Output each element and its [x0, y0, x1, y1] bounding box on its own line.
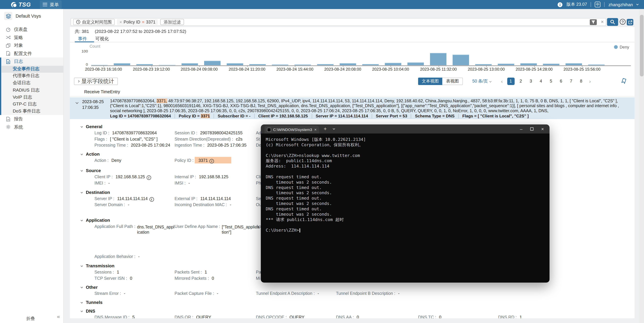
log-row-selected[interactable]: 2023-08-25 17:06:35 1470878397708632064,… [70, 97, 634, 119]
info-icon[interactable]: i [146, 175, 151, 180]
show-field-stats-button[interactable]: 显示字段统计 [74, 78, 118, 85]
add-filter-button[interactable]: 添加过滤 [160, 19, 184, 25]
logo-circle-icon [11, 2, 16, 7]
detail-label: Processing Time : [94, 143, 129, 148]
terminal-prompt: C:\Users\ZZH> [266, 228, 299, 232]
info-icon[interactable] [558, 2, 563, 7]
sidebar-item-policy[interactable]: 策略 [0, 34, 63, 42]
cmd-titlebar[interactable]: C:\WINDOWS\system32\cmd. × + – × [261, 124, 550, 134]
sidebar-item-profiles[interactable]: 配置文件 [0, 50, 63, 58]
tab-close-icon[interactable]: × [314, 127, 317, 132]
vsys-selector[interactable]: Default Vsys [0, 9, 63, 23]
time-range-chip[interactable]: 自定义时间范围 [73, 19, 115, 25]
chevron-down-icon[interactable] [80, 264, 83, 267]
pin-icon[interactable] [621, 78, 627, 84]
tab-visualization[interactable]: 可视化 [95, 36, 109, 42]
detail-value: - [128, 202, 129, 207]
terminal-output[interactable]: Microsoft Windows [版本 10.0.22621.2134](c… [261, 134, 550, 282]
logs-icon [6, 59, 10, 64]
detail-label: DNS.Message ID : [94, 315, 131, 318]
sidebar-item-logs[interactable]: 日志 [1, 58, 63, 66]
remove-filter-icon[interactable]: × [120, 20, 122, 24]
close-button[interactable]: × [537, 124, 548, 134]
chevron-down-icon[interactable] [80, 125, 83, 128]
new-tab-button[interactable]: + [324, 126, 327, 132]
cmd-window[interactable]: C:\WINDOWS\system32\cmd. × + – × Microso… [261, 124, 550, 282]
x-tick-label: 2023-08-25 14:28:00 [514, 67, 554, 72]
filter-funnel-button[interactable] [590, 19, 597, 25]
scrollbar-thumb[interactable] [640, 15, 643, 76]
chevron-down-icon[interactable] [80, 219, 83, 221]
row-expand-icon[interactable] [76, 101, 78, 104]
collapse-icon[interactable]: « [57, 313, 60, 319]
detail-label: Application Full Path : [94, 224, 135, 228]
sidebar-item-voip-log[interactable]: VoIP 日志 [1, 94, 63, 101]
sidebar-item-radius-log[interactable]: RADIUS 日志 [1, 87, 63, 94]
sidebar-item-dos-event-log[interactable]: DoS 事件日志 [1, 108, 63, 115]
menu-button[interactable]: 菜单 [40, 0, 62, 9]
minimize-button[interactable]: – [516, 124, 526, 134]
page-button-1[interactable]: 1 [507, 78, 514, 85]
sidebar-item-gtpc-log[interactable]: GTP-C 日志 [1, 101, 63, 108]
table-view-button[interactable]: 表视图 [442, 78, 463, 85]
sidebar-item-session-log[interactable]: 会话日志 [1, 80, 63, 87]
clear-filters-icon[interactable]: × [601, 19, 604, 25]
detail-label: User Define App Name : [174, 224, 220, 228]
maximize-button[interactable] [526, 124, 537, 134]
system-icon [6, 124, 10, 129]
detail-cell: Application Full Path : dns.Test_DNS_app… [94, 224, 175, 235]
page-button-5[interactable]: 5 [547, 78, 554, 85]
chevron-down-icon[interactable] [636, 3, 639, 5]
detail-value: - [138, 254, 140, 258]
sidebar-item-objects[interactable]: 对象 [0, 42, 63, 50]
chevron-down-icon[interactable] [80, 286, 83, 288]
summary-chip: Flags = [ "Client is Local", "C2S" ] [462, 114, 532, 118]
chevron-down-icon[interactable] [80, 301, 83, 304]
sidebar-item-reports[interactable]: 报告 [0, 115, 63, 123]
username[interactable]: zhangzhihan [608, 2, 633, 7]
page-button-4[interactable]: 4 [537, 78, 544, 85]
section-tunnels: Tunnels [70, 299, 634, 306]
cmd-tab[interactable]: C:\WINDOWS\system32\cmd. × [264, 126, 319, 134]
sidebar-bottom-items: 报告系统 [0, 115, 63, 131]
total-count: 共: 381 [75, 29, 89, 34]
terminal-line: *** 请求 public1.114dns.com 超时 [266, 217, 550, 222]
next-page-button[interactable]: › [588, 78, 592, 84]
detail-label: Log ID : [94, 131, 110, 135]
chart-legend[interactable]: Deny [614, 45, 629, 49]
sidebar-item-security-event-log[interactable]: 安全事件日志 [1, 66, 63, 72]
sidebar-item-proxy-event-log[interactable]: 代理事件日志 [1, 72, 63, 80]
detail-cell: Client IP : 192.168.58.125i [94, 174, 151, 180]
collapse-label[interactable]: 折叠 [26, 316, 35, 321]
info-icon[interactable]: i [149, 197, 154, 202]
text-view-button[interactable]: 文本视图 [418, 78, 442, 85]
highlighted-policy-id: 3371, [157, 98, 167, 103]
help-icon[interactable]: ? [620, 19, 626, 25]
language-icon[interactable]: 中 [595, 2, 600, 8]
tab-dropdown-icon[interactable] [333, 128, 335, 130]
sidebar-item-dashboard[interactable]: 仪表盘 [0, 26, 63, 34]
brand-logo[interactable]: TSG [11, 1, 31, 8]
page-size-select[interactable]: 50 条/页 [472, 78, 491, 84]
page-button-3[interactable]: 3 [527, 78, 534, 85]
chevron-down-icon[interactable] [80, 191, 83, 194]
x-tick-label: 2023-08-23 16:16:00 [84, 67, 123, 72]
chevron-down-icon[interactable] [80, 310, 83, 312]
detail-label: DNS.OPCODE : [256, 315, 288, 318]
export-button[interactable] [627, 19, 633, 26]
chevron-down-icon[interactable] [80, 169, 83, 172]
sidebar-item-system[interactable]: 系统 [0, 123, 63, 131]
detail-value: 192.168.58.125 [116, 174, 145, 179]
page-button-7[interactable]: 7 [567, 78, 575, 85]
info-icon[interactable]: i [210, 159, 214, 163]
page-scrollbar[interactable] [639, 9, 644, 323]
page-button-6[interactable]: 6 [557, 78, 565, 85]
search-button[interactable] [607, 18, 618, 26]
detail-cell: Pa [256, 270, 261, 274]
policy-filter-chip[interactable]: × Policy ID = 3371 [117, 19, 158, 25]
tab-events[interactable]: 事件 [78, 36, 87, 42]
page-button-2[interactable]: 2 [517, 78, 524, 85]
prev-page-button[interactable]: ‹ [500, 78, 504, 84]
chevron-down-icon[interactable] [80, 152, 83, 155]
page-button-8[interactable]: 8 [578, 78, 585, 85]
